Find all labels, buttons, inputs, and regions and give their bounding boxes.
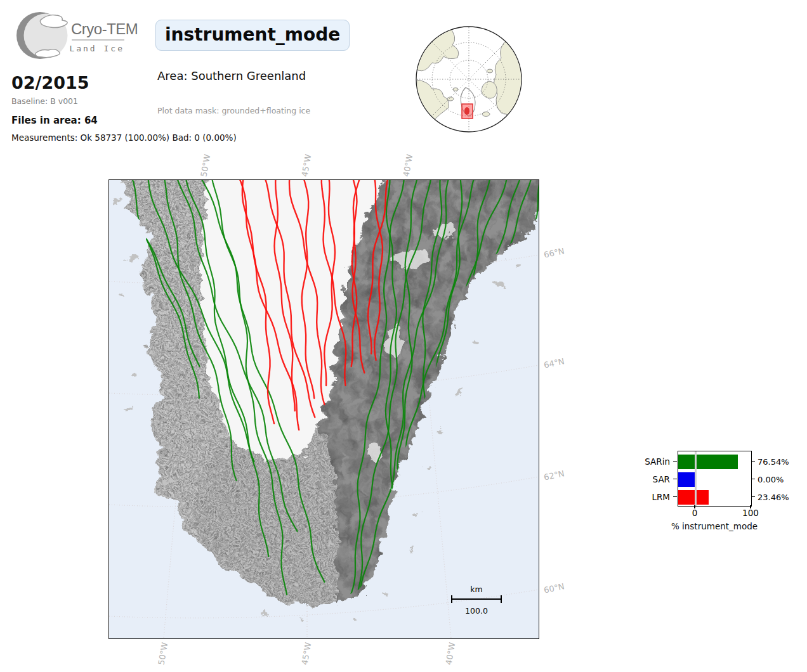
period-label: 02/2015 bbox=[11, 73, 89, 93]
lon-tick-top: 40°W bbox=[401, 153, 414, 178]
chart-tick bbox=[751, 479, 755, 479]
area-label: Area: Southern Greenland bbox=[157, 69, 306, 82]
measurements-label: Measurements: Ok 58737 (100.00%) Bad: 0 … bbox=[11, 132, 237, 143]
lat-tick-right: 62°N bbox=[543, 468, 565, 482]
lat-tick-right: 66°N bbox=[543, 246, 565, 259]
lon-tick-top: 45°W bbox=[299, 153, 313, 178]
arctic-inset-map bbox=[414, 24, 524, 134]
inset-area-dot bbox=[464, 107, 469, 115]
qc-report-page: Cryo-TEMPO Land Ice instrument_mode 02/2… bbox=[0, 0, 807, 672]
bar-SAR bbox=[678, 472, 695, 487]
cryo-tempo-logo: Cryo-TEMPO Land Ice bbox=[11, 5, 138, 68]
logo-title: Cryo-TEMPO bbox=[71, 20, 138, 37]
chart-xaxis-title: % instrument_mode bbox=[671, 521, 758, 531]
logo-greenland-outline bbox=[40, 15, 67, 28]
lon-tick-bottom: 50°W bbox=[156, 642, 169, 666]
lat-tick-right: 60°N bbox=[543, 581, 565, 595]
chart-tick bbox=[673, 461, 677, 462]
logo-antarctica-outline bbox=[36, 49, 60, 58]
lon-tick-bottom: 40°W bbox=[443, 642, 457, 666]
chart-xtick-label: 100 bbox=[742, 508, 759, 518]
instrument-mode-chart: SARin76.54%SAR0.00%LRM23.46%0100 % instr… bbox=[634, 444, 807, 539]
chart-tick bbox=[673, 479, 677, 479]
chart-value-label: 0.00% bbox=[758, 474, 784, 484]
chart-xtick-label: 0 bbox=[692, 508, 698, 518]
lat-tick-right: 64°N bbox=[543, 356, 565, 370]
chart-category-label: SARin bbox=[634, 456, 670, 467]
chart-value-label: 76.54% bbox=[758, 456, 789, 466]
chart-tick bbox=[673, 496, 677, 497]
chart-category-label: SAR bbox=[634, 474, 670, 484]
greenland-map: km 100.0 bbox=[108, 179, 539, 639]
scale-bar-value: 100.0 bbox=[465, 606, 488, 616]
chart-plot-area bbox=[678, 451, 752, 507]
lon-tick-top: 50°W bbox=[199, 153, 212, 178]
chart-zero-line bbox=[695, 451, 697, 506]
bar-LRM bbox=[678, 490, 709, 505]
data-mask-label: Plot data mask: grounded+floating ice bbox=[157, 106, 310, 115]
chart-tick bbox=[751, 461, 755, 462]
plot-title: instrument_mode bbox=[155, 20, 350, 51]
scale-bar-unit: km bbox=[470, 585, 482, 594]
lon-tick-bottom: 45°W bbox=[299, 642, 313, 666]
chart-value-label: 23.46% bbox=[758, 492, 789, 501]
chart-tick bbox=[751, 496, 755, 497]
baseline-label: Baseline: B v001 bbox=[11, 96, 78, 106]
bar-SARin bbox=[678, 455, 738, 469]
chart-category-label: LRM bbox=[634, 492, 670, 502]
logo-subtitle: Land Ice bbox=[69, 44, 124, 53]
map-canvas: km 100.0 bbox=[109, 180, 539, 638]
files-in-area-label: Files in area: 64 bbox=[11, 115, 98, 126]
